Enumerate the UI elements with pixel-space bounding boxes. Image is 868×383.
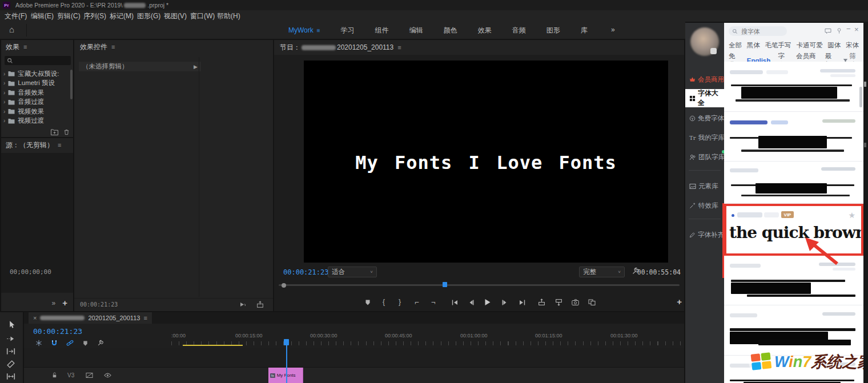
filter-cartoon[interactable]: 卡通可爱	[796, 41, 822, 50]
mark-in-button[interactable]: {	[383, 298, 385, 306]
goto-out-button[interactable]: ¬	[431, 298, 436, 307]
timeline-playhead[interactable]	[284, 339, 289, 345]
effect-controls-menu-icon[interactable]: ≡	[111, 43, 115, 50]
track-lock-icon[interactable]	[51, 372, 58, 378]
effects-scrollbar[interactable]	[70, 70, 73, 99]
effects-search-box[interactable]	[5, 56, 71, 65]
source-panel-menu-icon[interactable]: ≡	[58, 142, 61, 148]
sidebar-item-effects-library[interactable]: 特效库	[685, 199, 728, 212]
scrollbar-knob[interactable]	[282, 283, 286, 288]
pin-icon[interactable]	[836, 27, 842, 34]
workspace-tab-audio[interactable]: 音频	[512, 26, 526, 35]
filter-round[interactable]: 圆体	[827, 41, 841, 50]
effects-bin-video-transitions[interactable]: › 视频过渡	[3, 116, 71, 126]
sidebar-item-elements[interactable]: 元素库	[685, 180, 728, 192]
track-output-eye-icon[interactable]	[104, 372, 111, 378]
track-v3-label[interactable]: V3	[67, 372, 74, 378]
mark-out-button[interactable]: }	[399, 298, 401, 306]
program-timecode[interactable]: 00:00:21:23	[283, 268, 328, 276]
filter-brush[interactable]: 毛笔手写	[765, 41, 791, 50]
ripple-edit-tool[interactable]	[6, 348, 15, 355]
filter-songti[interactable]: 宋体	[846, 41, 859, 50]
timeline-settings-wrench-icon[interactable]	[97, 340, 104, 346]
home-icon[interactable]: ⌂	[9, 25, 14, 34]
snap-magnet-icon[interactable]	[51, 340, 58, 346]
effects-bin-presets-uncle[interactable]: › 宝藏大叔预设:	[3, 69, 71, 79]
font-search-input[interactable]	[740, 27, 778, 35]
chevron-right-icon[interactable]: ›	[3, 99, 5, 105]
lift-button[interactable]	[538, 299, 545, 306]
effects-panel-menu-icon[interactable]: ≡	[23, 43, 27, 50]
track-select-tool[interactable]	[6, 335, 15, 342]
chevron-right-icon[interactable]: ›	[3, 80, 5, 86]
workspace-menu-icon[interactable]: ≡	[317, 27, 320, 34]
timeline-tab[interactable]: × 20201205_200113 ≡	[29, 312, 152, 324]
source-overflow-button[interactable]: »	[52, 299, 56, 307]
fit-mode-dropdown[interactable]: 适合 ˅	[328, 267, 377, 277]
close-tab-icon[interactable]: ×	[33, 315, 37, 321]
step-back-button[interactable]	[468, 299, 475, 306]
close-icon[interactable]: ×	[854, 25, 859, 34]
add-marker-button[interactable]	[364, 299, 371, 306]
workspace-tab-effects[interactable]: 效果	[478, 26, 492, 35]
workspace-tab-mywork[interactable]: MyWork ≡	[288, 26, 320, 34]
program-playhead[interactable]	[443, 282, 447, 287]
extract-button[interactable]	[555, 299, 562, 306]
program-scrubber[interactable]	[279, 282, 680, 289]
font-card[interactable]	[724, 112, 863, 162]
workspace-tab-graphics[interactable]: 图形	[546, 26, 560, 35]
feedback-message-icon[interactable]	[825, 28, 831, 34]
workspace-tab-learning[interactable]: 学习	[341, 26, 355, 35]
prev-edit-button[interactable]	[451, 299, 459, 306]
menu-clip[interactable]: 剪辑(C)	[57, 11, 81, 21]
sidebar-item-member[interactable]: 会员商用	[685, 73, 728, 86]
font-card[interactable]	[724, 62, 863, 112]
sidebar-item-team-fonts[interactable]: 团队字库	[685, 151, 728, 163]
effects-search-input[interactable]	[13, 57, 65, 64]
play-button[interactable]	[483, 298, 492, 307]
export-frame-camera-button[interactable]	[572, 299, 579, 305]
workspace-tab-color[interactable]: 颜色	[444, 26, 457, 35]
comparison-view-button[interactable]	[588, 299, 596, 306]
effects-bin-video-effects[interactable]: › 视频效果	[3, 107, 71, 116]
timeline-panel-menu-icon[interactable]: ≡	[143, 315, 147, 321]
source-add-button[interactable]: +	[62, 298, 67, 308]
menu-sequence[interactable]: 序列(S)	[83, 11, 106, 21]
selection-tool[interactable]	[7, 320, 15, 329]
new-bin-icon[interactable]	[51, 129, 58, 135]
menu-window[interactable]: 窗口(W)	[190, 11, 215, 21]
workspace-tab-libraries[interactable]: 库	[581, 26, 588, 35]
effects-bin-audio-transitions[interactable]: › 音频过渡	[3, 98, 71, 107]
workspace-tab-editing[interactable]: 编辑	[409, 26, 423, 35]
font-card[interactable]	[724, 162, 863, 204]
menu-marker[interactable]: 标记(M)	[110, 11, 134, 21]
menu-edit[interactable]: 编辑(E)	[31, 11, 54, 21]
sidebar-item-font-fix[interactable]: 字体补齐	[685, 228, 728, 241]
linked-selection-icon[interactable]	[66, 340, 74, 346]
step-forward-button[interactable]	[501, 299, 508, 306]
next-edit-button[interactable]	[519, 299, 526, 306]
effects-bin-audio-effects[interactable]: › 音频效果	[3, 88, 71, 98]
program-panel-menu-icon[interactable]: ≡	[397, 44, 401, 51]
sidebar-item-all-fonts[interactable]: 字体大全	[685, 89, 724, 107]
goto-in-button[interactable]: ⌐	[415, 298, 419, 307]
menu-graphics[interactable]: 图形(G)	[137, 11, 160, 21]
chevron-right-icon[interactable]: ›	[3, 118, 5, 124]
button-editor-button[interactable]: +	[677, 297, 682, 307]
playback-resolution-dropdown[interactable]: 完整 ˅	[579, 267, 625, 277]
timeline-ruler[interactable]: :00:00 00:00:15:00 00:00:30:00 00:00:45:…	[171, 330, 684, 348]
trash-icon[interactable]	[63, 129, 70, 135]
pen-tool[interactable]	[7, 360, 15, 368]
source-timecode[interactable]: 00;00;00;00	[10, 268, 51, 276]
effects-bin-lumetri-presets[interactable]: › Lumetri 预设	[3, 79, 71, 88]
filter-heiti[interactable]: 黑体	[747, 41, 760, 50]
slip-tool[interactable]	[6, 373, 15, 380]
export-icon[interactable]	[256, 301, 264, 308]
minimize-icon[interactable]: −	[846, 25, 851, 33]
filter-all[interactable]: 全部	[729, 41, 742, 50]
menu-file[interactable]: 文件(F)	[5, 11, 27, 21]
timeline-timecode[interactable]: 00:00:21:23	[33, 327, 82, 336]
workspace-overflow-button[interactable]: »	[611, 26, 615, 34]
chevron-right-icon[interactable]: ›	[3, 90, 5, 96]
menu-help[interactable]: 帮助(H)	[217, 11, 240, 21]
